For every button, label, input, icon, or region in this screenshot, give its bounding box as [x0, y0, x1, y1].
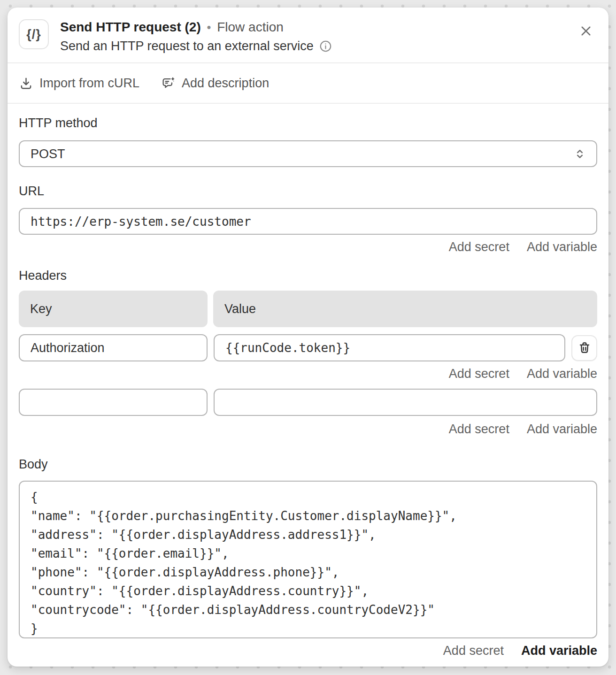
code-slash-icon: {/}: [19, 19, 49, 49]
bullet-separator: •: [207, 19, 211, 35]
url-add-variable-link[interactable]: Add variable: [527, 240, 597, 254]
header-row: [19, 389, 597, 416]
url-input[interactable]: [19, 208, 597, 235]
body-label: Body: [19, 457, 597, 472]
trash-icon: [578, 341, 591, 354]
import-from-curl-label: Import from cURL: [39, 76, 139, 91]
header-value-input[interactable]: [214, 389, 597, 416]
action-type-label: Flow action: [217, 19, 284, 35]
http-method-label: HTTP method: [19, 116, 597, 130]
import-from-curl-button[interactable]: Import from cURL: [19, 76, 139, 91]
toolbar: Import from cURL Add description: [8, 63, 608, 103]
url-add-secret-link[interactable]: Add secret: [449, 240, 509, 254]
value-column-header: Value: [213, 291, 597, 327]
header2-links-row: Add secret Add variable: [19, 416, 597, 437]
dialog-titles: Send HTTP request (2) • Flow action Send…: [60, 19, 332, 54]
url-links-row: Add secret Add variable: [19, 235, 597, 254]
add-description-label: Add description: [182, 76, 269, 91]
body-add-variable-link[interactable]: Add variable: [521, 644, 597, 658]
body-textarea[interactable]: { "name": "{{order.purchasingEntity.Cust…: [19, 481, 597, 638]
header-key-input[interactable]: [19, 389, 208, 416]
key-column-header: Key: [19, 291, 208, 327]
dialog-title: Send HTTP request (2): [60, 19, 201, 35]
download-icon: [19, 76, 33, 91]
comment-edit-icon: [161, 76, 176, 91]
headers-label: Headers: [19, 268, 597, 283]
dialog-subtitle: Send an HTTP request to an external serv…: [60, 38, 314, 54]
close-button[interactable]: [576, 21, 596, 41]
http-request-action-dialog: {/} Send HTTP request (2) • Flow action …: [8, 8, 608, 667]
header-key-input[interactable]: [19, 334, 208, 361]
url-label: URL: [19, 184, 597, 199]
body-links-row: Add secret Add variable: [19, 638, 597, 658]
header1-links-row: Add secret Add variable: [19, 361, 597, 381]
form-body: HTTP method POST URL Add secret Add vari…: [8, 104, 608, 658]
header-row: [19, 334, 597, 361]
header2-add-secret-link[interactable]: Add secret: [449, 422, 509, 437]
header2-add-variable-link[interactable]: Add variable: [527, 422, 597, 437]
http-method-select-wrap: POST: [19, 140, 597, 167]
http-method-select[interactable]: POST: [19, 140, 597, 167]
add-description-button[interactable]: Add description: [161, 76, 269, 91]
header1-add-variable-link[interactable]: Add variable: [527, 367, 597, 381]
delete-header-button[interactable]: [571, 335, 597, 361]
info-icon[interactable]: [319, 39, 332, 53]
body-add-secret-link[interactable]: Add secret: [443, 644, 504, 658]
dialog-header: {/} Send HTTP request (2) • Flow action …: [8, 8, 608, 62]
header1-add-secret-link[interactable]: Add secret: [449, 367, 509, 381]
headers-column-row: Key Value: [19, 291, 597, 327]
close-icon: [579, 24, 593, 38]
header-value-input[interactable]: [214, 334, 565, 361]
